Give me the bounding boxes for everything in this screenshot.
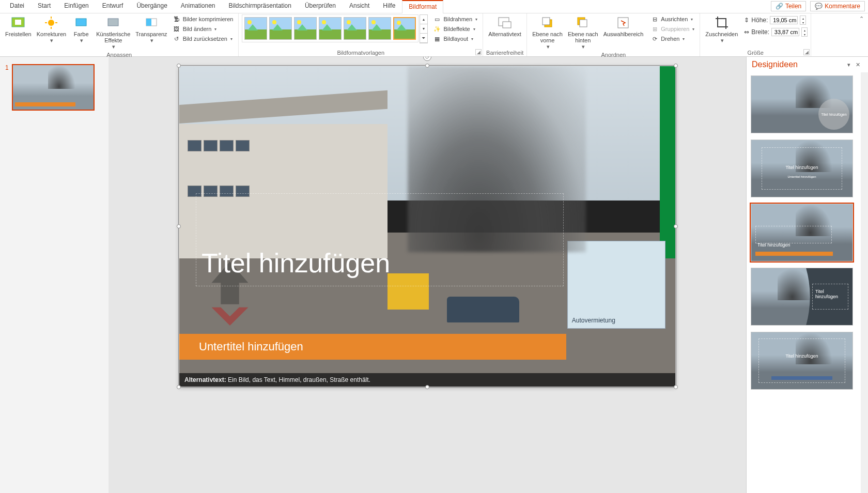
workspace: 1 Autovermietung bbox=[0, 57, 868, 493]
size-dialog-launcher[interactable]: ◢ bbox=[803, 49, 810, 55]
bring-forward-button[interactable]: Ebene nach vorne▾ bbox=[530, 14, 565, 51]
tab-einfuegen[interactable]: Einfügen bbox=[57, 0, 95, 13]
corrections-button[interactable]: Korrekturen▾ bbox=[35, 14, 68, 44]
group-icon: ⊞ bbox=[650, 25, 659, 33]
tab-bildschirm[interactable]: Bildschirmpräsentation bbox=[222, 0, 298, 13]
picture-effects-button[interactable]: ✨Bildeffekte▾ bbox=[431, 24, 479, 34]
resize-handle-r[interactable] bbox=[674, 224, 678, 228]
style-4[interactable] bbox=[319, 17, 342, 40]
gallery-down[interactable]: ▾ bbox=[420, 24, 427, 34]
artistic-effects-button[interactable]: Künstlerische Effekte▾ bbox=[94, 14, 132, 51]
sign-text: Autovermietung bbox=[572, 317, 615, 324]
layout-icon: ▦ bbox=[433, 35, 441, 43]
style-7[interactable] bbox=[393, 17, 416, 40]
send-backward-button[interactable]: Ebene nach hinten▾ bbox=[566, 14, 600, 51]
picture-layout-button[interactable]: ▦Bildlayout▾ bbox=[431, 34, 479, 43]
style-6[interactable] bbox=[368, 17, 391, 40]
effects-icon: ✨ bbox=[433, 25, 441, 33]
design-idea-3[interactable]: Titel hinzufügen bbox=[751, 204, 853, 261]
style-5[interactable] bbox=[344, 17, 366, 40]
resize-handle-b[interactable] bbox=[425, 385, 429, 389]
svg-rect-1 bbox=[15, 20, 21, 25]
align-button[interactable]: ⊟Ausrichten▾ bbox=[648, 14, 696, 24]
style-2[interactable] bbox=[269, 17, 292, 40]
gallery-up[interactable]: ▴ bbox=[420, 15, 427, 24]
design-idea-4[interactable]: Titel hinzufügen bbox=[751, 268, 853, 326]
pane-close-button[interactable]: ✕ bbox=[853, 60, 863, 69]
styles-dialog-launcher[interactable]: ◢ bbox=[475, 49, 482, 55]
transparency-button[interactable]: Transparenz▾ bbox=[133, 14, 169, 44]
tab-start[interactable]: Start bbox=[31, 0, 57, 13]
tab-bildformat[interactable]: Bildformat bbox=[402, 0, 443, 13]
resize-handle-bl[interactable] bbox=[177, 385, 181, 389]
rotate-button[interactable]: ⟳Drehen▾ bbox=[648, 34, 696, 43]
design-scrollbar[interactable] bbox=[861, 72, 868, 493]
svg-rect-8 bbox=[108, 19, 118, 26]
slide-thumbnail-panel[interactable]: 1 bbox=[0, 57, 109, 493]
style-3[interactable] bbox=[294, 17, 317, 40]
design-idea-5[interactable]: Titel hinzufügen bbox=[751, 332, 853, 390]
slide-canvas[interactable]: Autovermietung Titel hinzufügen Untertit… bbox=[179, 66, 675, 387]
design-ideas-pane: Designideen ▾ ✕ Titel hinzufügen Titel h… bbox=[746, 57, 868, 493]
comments-button[interactable]: 💬Kommentare bbox=[810, 1, 865, 11]
tab-ansicht[interactable]: Ansicht bbox=[343, 0, 376, 13]
svg-rect-14 bbox=[542, 18, 550, 25]
brightness-icon bbox=[44, 16, 58, 30]
forward-icon bbox=[540, 16, 555, 30]
menu-bar: Datei Start Einfügen Entwurf Übergänge A… bbox=[0, 0, 868, 13]
resize-handle-l[interactable] bbox=[177, 224, 181, 228]
group-button[interactable]: ⊞Gruppieren▾ bbox=[648, 24, 696, 34]
picture-border-button[interactable]: ▭Bildrahmen▾ bbox=[431, 14, 479, 24]
collapse-ribbon-button[interactable]: ⌃ bbox=[859, 16, 864, 22]
group-label-size: Größe bbox=[703, 49, 808, 56]
selection-pane-button[interactable]: Auswahlbereich bbox=[601, 14, 646, 38]
svg-rect-7 bbox=[76, 19, 86, 26]
tab-animationen[interactable]: Animationen bbox=[174, 0, 222, 13]
tab-ueberpruefen[interactable]: Überprüfen bbox=[298, 0, 343, 13]
color-button[interactable]: Farbe▾ bbox=[69, 14, 93, 44]
subtitle-text: Untertitel hinzufügen bbox=[199, 340, 303, 353]
tab-datei[interactable]: Datei bbox=[3, 0, 31, 13]
design-idea-2[interactable]: Titel hinzufügen Untertitel hinzufügen bbox=[751, 140, 853, 197]
width-down[interactable]: ▾ bbox=[802, 32, 807, 36]
rotate-handle[interactable]: ⟳ bbox=[423, 57, 431, 61]
slide-thumbnail-1[interactable] bbox=[12, 64, 95, 111]
gallery-more[interactable]: ⏷ bbox=[420, 34, 427, 43]
tab-entwurf[interactable]: Entwurf bbox=[96, 0, 130, 13]
height-down[interactable]: ▾ bbox=[800, 20, 805, 24]
width-up[interactable]: ▴ bbox=[802, 28, 807, 32]
subtitle-placeholder[interactable]: Untertitel hinzufügen bbox=[179, 334, 566, 360]
svg-rect-16 bbox=[580, 20, 587, 27]
design-ideas-list[interactable]: Titel hinzufügen Titel hinzufügen Untert… bbox=[747, 72, 861, 493]
design-idea-1[interactable]: Titel hinzufügen bbox=[751, 75, 853, 133]
alt-text-button[interactable]: Alternativtext bbox=[486, 14, 523, 38]
group-label-accessibility: Barrierefreiheit bbox=[486, 49, 523, 56]
tab-uebergaenge[interactable]: Übergänge bbox=[130, 0, 174, 13]
width-input[interactable] bbox=[771, 28, 799, 36]
tab-hilfe[interactable]: Hilfe bbox=[376, 0, 402, 13]
slide-editor[interactable]: Autovermietung Titel hinzufügen Untertit… bbox=[109, 57, 746, 493]
pane-options-button[interactable]: ▾ bbox=[845, 60, 853, 69]
reset-icon: ↺ bbox=[173, 35, 181, 43]
style-1[interactable] bbox=[244, 17, 267, 40]
resize-handle-tl[interactable] bbox=[177, 64, 181, 68]
change-icon: 🖼 bbox=[173, 25, 181, 33]
resize-handle-t[interactable] bbox=[425, 64, 429, 68]
comment-icon: 💬 bbox=[815, 3, 823, 10]
resize-handle-tr[interactable] bbox=[674, 64, 678, 68]
reset-picture-button[interactable]: ↺Bild zurücksetzen▾ bbox=[171, 34, 236, 43]
change-picture-button[interactable]: 🖼Bild ändern▾ bbox=[171, 24, 236, 34]
group-size: Zuschneiden▾ ⇕ Höhe: ▴▾ ⇔ Breite: ▴▾ Grö… bbox=[700, 13, 811, 56]
height-input[interactable] bbox=[770, 16, 798, 24]
title-placeholder[interactable]: Titel hinzufügen bbox=[196, 193, 564, 286]
share-button[interactable]: 🔗Teilen bbox=[771, 1, 806, 11]
remove-background-button[interactable]: Freistellen bbox=[3, 14, 34, 38]
resize-handle-br[interactable] bbox=[674, 385, 678, 389]
group-styles: ▴ ▾ ⏷ ▭Bildrahmen▾ ✨Bildeffekte▾ ▦Bildla… bbox=[239, 13, 483, 56]
height-up[interactable]: ▴ bbox=[800, 16, 805, 20]
transparency-icon bbox=[144, 16, 159, 30]
share-icon: 🔗 bbox=[776, 3, 783, 10]
style-gallery-nav: ▴ ▾ ⏷ bbox=[420, 14, 428, 43]
compress-pictures-button[interactable]: 🗜Bilder komprimieren bbox=[171, 14, 236, 24]
crop-button[interactable]: Zuschneiden▾ bbox=[703, 14, 740, 44]
